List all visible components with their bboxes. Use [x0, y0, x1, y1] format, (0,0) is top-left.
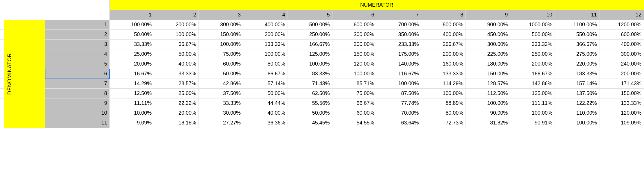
denominator-row-header[interactable]: 3	[45, 40, 110, 49]
empty-cell[interactable]	[4, 0, 45, 10]
data-cell[interactable]: 80.00%	[243, 59, 288, 69]
data-cell[interactable]: 122.22%	[555, 98, 599, 108]
data-cell[interactable]: 160.00%	[421, 59, 466, 69]
empty-cell[interactable]	[0, 98, 4, 108]
data-cell[interactable]: 81.82%	[466, 118, 510, 128]
data-cell[interactable]: 50.00%	[154, 49, 199, 59]
data-cell[interactable]: 30.00%	[199, 108, 243, 118]
data-cell[interactable]: 33.33%	[154, 69, 199, 79]
data-cell[interactable]: 11.11%	[110, 98, 154, 108]
data-cell[interactable]: 120.00%	[599, 108, 644, 118]
data-cell[interactable]: 10.00%	[110, 108, 154, 118]
data-cell[interactable]: 9.09%	[110, 118, 154, 128]
data-cell[interactable]: 157.14%	[555, 79, 599, 89]
data-cell[interactable]: 80.00%	[421, 108, 466, 118]
data-cell[interactable]: 150.00%	[332, 49, 377, 59]
data-cell[interactable]: 275.00%	[555, 49, 599, 59]
data-cell[interactable]: 57.14%	[243, 79, 288, 89]
denominator-header[interactable]: DENOMINATOR	[4, 20, 45, 128]
denominator-row-header[interactable]: 8	[45, 89, 110, 98]
data-cell[interactable]: 200.00%	[510, 59, 555, 69]
data-cell[interactable]: 900.00%	[466, 20, 510, 30]
data-cell[interactable]: 22.22%	[154, 98, 199, 108]
data-cell[interactable]: 114.29%	[421, 79, 466, 89]
data-cell[interactable]: 1000.00%	[510, 20, 555, 30]
empty-cell[interactable]	[0, 89, 4, 98]
data-cell[interactable]: 300.00%	[199, 20, 243, 30]
numerator-column-header[interactable]: 8	[421, 10, 466, 20]
data-cell[interactable]: 54.55%	[332, 118, 377, 128]
data-cell[interactable]: 140.00%	[377, 59, 421, 69]
data-cell[interactable]: 50.00%	[199, 69, 243, 79]
empty-cell[interactable]	[0, 20, 4, 30]
data-cell[interactable]: 66.67%	[243, 69, 288, 79]
empty-cell[interactable]	[0, 10, 4, 20]
data-cell[interactable]: 116.67%	[377, 69, 421, 79]
numerator-column-header[interactable]: 3	[199, 10, 243, 20]
data-cell[interactable]: 28.57%	[154, 79, 199, 89]
data-cell[interactable]: 150.00%	[466, 69, 510, 79]
data-cell[interactable]: 333.33%	[510, 40, 555, 49]
data-cell[interactable]: 71.43%	[288, 79, 332, 89]
data-cell[interactable]: 112.50%	[466, 89, 510, 98]
data-cell[interactable]: 100.00%	[377, 79, 421, 89]
data-cell[interactable]: 133.33%	[421, 69, 466, 79]
empty-cell[interactable]	[0, 40, 4, 49]
data-cell[interactable]: 20.00%	[110, 59, 154, 69]
data-cell[interactable]: 83.33%	[288, 69, 332, 79]
data-cell[interactable]: 100.00%	[199, 40, 243, 49]
data-cell[interactable]: 100.00%	[555, 118, 599, 128]
data-cell[interactable]: 200.00%	[243, 30, 288, 40]
numerator-column-header[interactable]: 7	[377, 10, 421, 20]
numerator-column-header[interactable]: 11	[555, 10, 599, 20]
numerator-column-header[interactable]: 4	[243, 10, 288, 20]
data-cell[interactable]: 180.00%	[466, 59, 510, 69]
data-cell[interactable]: 400.00%	[599, 40, 644, 49]
data-cell[interactable]: 183.33%	[555, 69, 599, 79]
data-cell[interactable]: 66.67%	[154, 40, 199, 49]
denominator-row-header[interactable]: 4	[45, 49, 110, 59]
data-cell[interactable]: 16.67%	[110, 69, 154, 79]
data-cell[interactable]: 100.00%	[243, 49, 288, 59]
data-cell[interactable]: 133.33%	[243, 40, 288, 49]
data-cell[interactable]: 85.71%	[332, 79, 377, 89]
data-cell[interactable]: 200.00%	[332, 40, 377, 49]
data-cell[interactable]: 266.67%	[421, 40, 466, 49]
data-cell[interactable]: 44.44%	[243, 98, 288, 108]
data-cell[interactable]: 66.67%	[332, 98, 377, 108]
data-cell[interactable]: 233.33%	[377, 40, 421, 49]
data-cell[interactable]: 171.43%	[599, 79, 644, 89]
data-cell[interactable]: 25.00%	[110, 49, 154, 59]
data-cell[interactable]: 1200.00%	[599, 20, 644, 30]
data-cell[interactable]: 50.00%	[243, 89, 288, 98]
data-cell[interactable]: 88.89%	[421, 98, 466, 108]
denominator-row-header[interactable]: 10	[45, 108, 110, 118]
data-cell[interactable]: 200.00%	[421, 49, 466, 59]
data-cell[interactable]: 142.86%	[510, 79, 555, 89]
data-cell[interactable]: 600.00%	[599, 30, 644, 40]
data-cell[interactable]: 100.00%	[332, 69, 377, 79]
data-cell[interactable]: 33.33%	[110, 40, 154, 49]
data-cell[interactable]: 120.00%	[332, 59, 377, 69]
numerator-column-header[interactable]: 10	[510, 10, 555, 20]
empty-cell[interactable]	[0, 118, 4, 128]
empty-cell[interactable]	[45, 0, 110, 10]
data-cell[interactable]: 75.00%	[199, 49, 243, 59]
data-cell[interactable]: 400.00%	[243, 20, 288, 30]
data-cell[interactable]: 100.00%	[288, 59, 332, 69]
denominator-row-header[interactable]: 7	[45, 79, 110, 89]
data-cell[interactable]: 20.00%	[154, 108, 199, 118]
data-cell[interactable]: 250.00%	[510, 49, 555, 59]
spreadsheet-table[interactable]: NUMERATOR123456789101112DENOMINATOR1100.…	[0, 0, 644, 128]
data-cell[interactable]: 72.73%	[421, 118, 466, 128]
empty-cell[interactable]	[0, 59, 4, 69]
data-cell[interactable]: 150.00%	[599, 89, 644, 98]
data-cell[interactable]: 100.00%	[421, 89, 466, 98]
empty-cell[interactable]	[45, 10, 110, 20]
data-cell[interactable]: 200.00%	[154, 20, 199, 30]
data-cell[interactable]: 25.00%	[154, 89, 199, 98]
data-cell[interactable]: 500.00%	[510, 30, 555, 40]
data-cell[interactable]: 55.56%	[288, 98, 332, 108]
empty-cell[interactable]	[0, 69, 4, 79]
data-cell[interactable]: 18.18%	[154, 118, 199, 128]
